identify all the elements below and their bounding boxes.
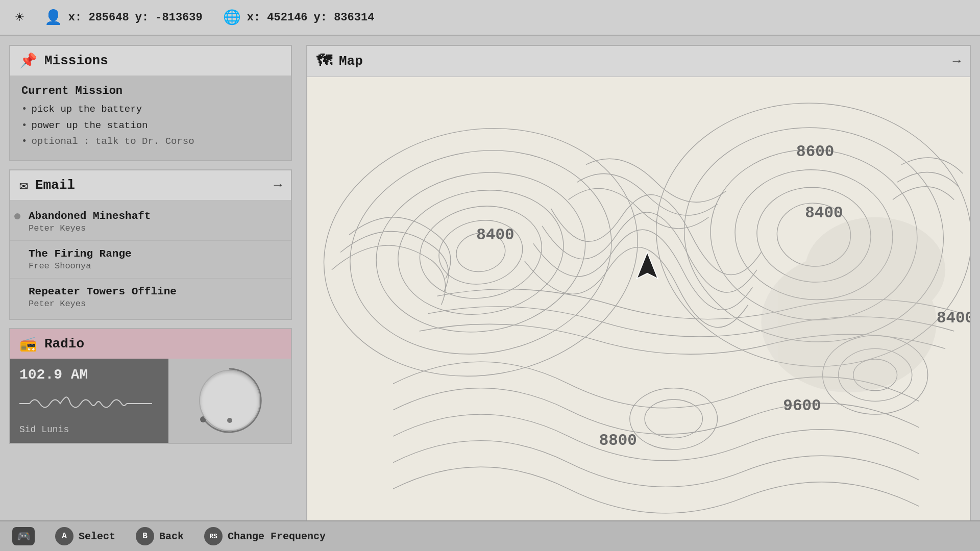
radio-knob-container[interactable] <box>194 365 265 436</box>
radio-knob-area <box>168 359 291 443</box>
email-item-3-title: Repeater Towers Offline <box>29 286 280 297</box>
email-item-2-subtitle: Free Shoonya <box>29 261 280 271</box>
mission-task-2: • power up the station <box>21 119 280 133</box>
a-button-ctrl[interactable]: A Select <box>55 527 115 545</box>
player-y: y: -813639 <box>135 11 203 24</box>
missions-icon: 📌 <box>19 52 37 69</box>
alert-icon: ☀ <box>15 9 24 26</box>
email-icon: ✉ <box>19 177 28 194</box>
svg-text:8800: 8800 <box>599 432 637 449</box>
email-item-1-subtitle: Peter Keyes <box>29 223 280 233</box>
radio-section: 📻 Radio 102.9 AM Sid Lunis <box>9 328 292 444</box>
map-svg: 8400 8600 8400 8400 8800 9600 <box>307 77 970 541</box>
radio-header-left: 📻 Radio <box>19 335 84 353</box>
map-header: 🗺 Map → <box>307 46 970 77</box>
b-button-icon: B <box>136 527 154 545</box>
main-layout: 📌 Missions Current Mission • pick up the… <box>0 36 980 551</box>
rs-button-icon: RS <box>204 527 223 545</box>
radio-header: 📻 Radio <box>10 329 291 359</box>
svg-text:9600: 9600 <box>783 397 821 415</box>
player-x: x: 285648 <box>68 11 129 24</box>
map-arrow-icon[interactable]: → <box>952 54 961 69</box>
radio-label: Radio <box>44 336 84 352</box>
a-button-label: Select <box>79 531 115 542</box>
radio-knob-dot <box>227 418 232 423</box>
radio-icon: 📻 <box>19 335 37 353</box>
map-section: 🗺 Map → <box>306 45 971 542</box>
email-item-1[interactable]: Abandoned Mineshaft Peter Keyes <box>10 203 291 241</box>
missions-body: Current Mission • pick up the battery • … <box>10 76 291 160</box>
gamepad-ctrl: 🎮 <box>12 527 35 545</box>
map-label: Map <box>339 54 363 69</box>
mission-task-1: • pick up the battery <box>21 103 280 116</box>
b-button-ctrl[interactable]: B Back <box>136 527 184 545</box>
b-button-label: Back <box>159 531 184 542</box>
mission-task-1-text: pick up the battery <box>31 103 142 116</box>
world-y: y: 836314 <box>314 11 375 24</box>
missions-header: 📌 Missions <box>10 46 291 76</box>
map-header-left: 🗺 Map <box>316 52 363 70</box>
rs-button-ctrl[interactable]: RS Change Frequency <box>204 527 326 545</box>
radio-knob[interactable] <box>199 370 260 431</box>
left-panel: 📌 Missions Current Mission • pick up the… <box>0 36 301 551</box>
svg-point-29 <box>805 217 945 322</box>
player-icon: 👤 <box>44 9 62 26</box>
mission-task-3-text: optional : talk to Dr. Corso <box>31 135 194 148</box>
email-arrow-icon[interactable]: → <box>274 178 282 193</box>
missions-section: 📌 Missions Current Mission • pick up the… <box>9 45 292 161</box>
right-panel: 🗺 Map → <box>301 36 980 551</box>
world-coords-section: 🌐 x: 452146 y: 836314 <box>223 9 375 26</box>
email-body: Abandoned Mineshaft Peter Keyes The Firi… <box>10 200 291 319</box>
email-section: ✉ Email → Abandoned Mineshaft Peter Keye… <box>9 169 292 320</box>
mission-task-3: • optional : talk to Dr. Corso <box>21 135 280 148</box>
top-bar: ☀ 👤 x: 285648 y: -813639 🌐 x: 452146 y: … <box>0 0 980 36</box>
svg-text:8400: 8400 <box>476 226 514 244</box>
rs-button-label: Change Frequency <box>228 531 326 542</box>
bottom-bar: 🎮 A Select B Back RS Change Frequency <box>0 520 980 551</box>
world-x: x: 452146 <box>247 11 308 24</box>
alert-section: ☀ <box>15 9 24 26</box>
svg-text:8400: 8400 <box>805 204 843 222</box>
missions-label: Missions <box>44 53 108 68</box>
radio-display: 102.9 AM Sid Lunis <box>10 359 168 443</box>
email-header-left: ✉ Email <box>19 177 75 194</box>
svg-text:8400: 8400 <box>937 309 970 327</box>
email-item-3[interactable]: Repeater Towers Offline Peter Keyes <box>10 279 291 316</box>
radio-wave <box>19 393 159 414</box>
mission-task-2-text: power up the station <box>31 119 148 133</box>
globe-icon: 🌐 <box>223 9 241 26</box>
missions-header-left: 📌 Missions <box>19 52 108 69</box>
email-header: ✉ Email → <box>10 170 291 200</box>
map-icon: 🗺 <box>316 52 332 70</box>
svg-text:8600: 8600 <box>796 143 834 161</box>
radio-frequency: 102.9 AM <box>19 367 159 383</box>
email-item-1-title: Abandoned Mineshaft <box>29 210 280 222</box>
radio-body: 102.9 AM Sid Lunis <box>10 359 291 443</box>
current-mission-label: Current Mission <box>21 85 280 97</box>
gamepad-icon: 🎮 <box>12 527 35 545</box>
a-button-icon: A <box>55 527 74 545</box>
email-item-2[interactable]: The Firing Range Free Shoonya <box>10 241 291 279</box>
email-item-3-subtitle: Peter Keyes <box>29 299 280 309</box>
email-unread-dot-1 <box>14 213 20 219</box>
player-coords-section: 👤 x: 285648 y: -813639 <box>44 9 203 26</box>
radio-broadcaster: Sid Lunis <box>19 424 159 435</box>
email-item-2-title: The Firing Range <box>29 248 280 260</box>
map-canvas: 8400 8600 8400 8400 8800 9600 <box>307 77 970 541</box>
email-label: Email <box>35 178 75 193</box>
